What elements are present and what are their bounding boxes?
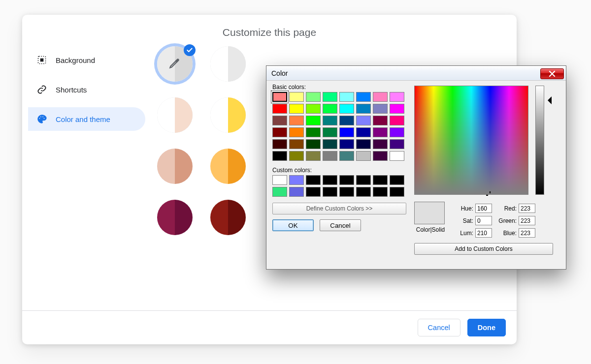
basic-color-swatch[interactable] <box>356 104 371 114</box>
basic-color-swatch[interactable] <box>373 127 388 137</box>
basic-color-swatch[interactable] <box>390 139 404 149</box>
link-icon <box>37 85 47 94</box>
basic-color-swatch[interactable] <box>272 127 287 137</box>
custom-color-swatch[interactable] <box>289 175 304 185</box>
basic-color-swatch[interactable] <box>323 139 337 149</box>
basic-color-swatch[interactable] <box>356 116 371 125</box>
cancel-button[interactable]: Cancel <box>418 319 460 336</box>
sidebar-item-shortcuts[interactable]: Shortcuts <box>28 78 145 101</box>
basic-color-swatch[interactable] <box>272 92 287 102</box>
sat-input[interactable] <box>475 216 492 225</box>
basic-color-swatch[interactable] <box>339 127 354 137</box>
custom-color-swatch[interactable] <box>390 187 404 197</box>
theme-swatch[interactable] <box>157 46 193 82</box>
custom-color-swatch[interactable] <box>373 187 388 197</box>
image-frame-icon <box>37 55 47 65</box>
green-input[interactable] <box>519 216 535 225</box>
theme-swatch[interactable] <box>210 200 246 235</box>
basic-color-swatch[interactable] <box>272 139 287 149</box>
basic-color-swatch[interactable] <box>390 116 404 125</box>
luminosity-slider[interactable] <box>535 86 544 195</box>
basic-color-swatch[interactable] <box>373 92 388 102</box>
basic-color-swatch[interactable] <box>339 92 354 102</box>
color-gradient-canvas[interactable] <box>414 86 528 195</box>
basic-color-swatch[interactable] <box>289 92 304 102</box>
eyedropper-icon <box>168 57 181 71</box>
basic-color-swatch[interactable] <box>339 151 354 161</box>
basic-color-swatch[interactable] <box>306 127 321 137</box>
sidebar-item-color-and-theme[interactable]: Color and theme <box>28 107 145 131</box>
basic-color-swatch[interactable] <box>289 127 304 137</box>
custom-color-swatch[interactable] <box>373 175 388 185</box>
custom-color-swatch[interactable] <box>323 175 337 185</box>
theme-swatch[interactable] <box>210 46 246 82</box>
theme-swatch[interactable] <box>210 97 246 133</box>
custom-color-swatch[interactable] <box>356 187 371 197</box>
sidebar-item-background[interactable]: Background <box>28 48 145 72</box>
basic-color-swatch[interactable] <box>306 151 321 161</box>
basic-color-swatch[interactable] <box>339 104 354 114</box>
basic-color-swatch[interactable] <box>373 104 388 114</box>
theme-swatch[interactable] <box>157 97 193 133</box>
custom-color-swatch[interactable] <box>306 187 321 197</box>
basic-color-swatch[interactable] <box>306 116 321 125</box>
basic-color-swatch[interactable] <box>356 139 371 149</box>
close-icon <box>549 71 556 77</box>
basic-color-swatch[interactable] <box>306 92 321 102</box>
custom-color-swatch[interactable] <box>339 175 354 185</box>
basic-color-swatch[interactable] <box>272 116 287 125</box>
basic-color-swatch[interactable] <box>323 104 337 114</box>
lum-label: Lum: <box>456 230 473 237</box>
basic-color-swatch[interactable] <box>339 139 354 149</box>
basic-color-swatch[interactable] <box>373 151 388 161</box>
theme-swatch[interactable] <box>210 149 246 184</box>
color-picker-body: Basic colors: Custom colors: Define Cust… <box>266 81 566 269</box>
basic-color-swatch[interactable] <box>373 116 388 125</box>
theme-swatch[interactable] <box>157 149 193 184</box>
basic-color-swatch[interactable] <box>356 151 371 161</box>
hue-input[interactable] <box>475 204 492 213</box>
done-button[interactable]: Done <box>467 319 506 336</box>
red-label: Red: <box>494 205 517 212</box>
basic-color-swatch[interactable] <box>289 104 304 114</box>
basic-color-swatch[interactable] <box>390 104 404 114</box>
custom-color-swatch[interactable] <box>356 175 371 185</box>
basic-color-swatch[interactable] <box>289 151 304 161</box>
basic-color-swatch[interactable] <box>373 139 388 149</box>
custom-color-swatch[interactable] <box>272 175 287 185</box>
cancel-button[interactable]: Cancel <box>320 219 361 231</box>
basic-color-swatch[interactable] <box>390 151 404 161</box>
basic-color-swatch[interactable] <box>356 127 371 137</box>
custom-color-swatch[interactable] <box>306 175 321 185</box>
basic-color-swatch[interactable] <box>356 92 371 102</box>
basic-color-swatch[interactable] <box>323 92 337 102</box>
basic-color-swatch[interactable] <box>289 139 304 149</box>
custom-color-swatch[interactable] <box>272 187 287 197</box>
basic-color-swatch[interactable] <box>272 104 287 114</box>
basic-color-swatch[interactable] <box>272 151 287 161</box>
add-to-custom-colors-button[interactable]: Add to Custom Colors <box>414 243 553 255</box>
blue-input[interactable] <box>519 228 535 238</box>
ok-button[interactable]: OK <box>272 219 314 231</box>
custom-color-swatch[interactable] <box>323 187 337 197</box>
define-custom-colors-button[interactable]: Define Custom Colors >> <box>272 203 406 214</box>
basic-color-swatch[interactable] <box>323 116 337 125</box>
custom-color-swatch[interactable] <box>390 175 404 185</box>
basic-color-swatch[interactable] <box>339 116 354 125</box>
basic-color-swatch[interactable] <box>323 127 337 137</box>
close-button[interactable] <box>540 68 564 79</box>
basic-color-swatch[interactable] <box>289 116 304 125</box>
basic-color-swatch[interactable] <box>306 104 321 114</box>
basic-color-swatch[interactable] <box>390 92 404 102</box>
custom-color-swatch[interactable] <box>339 187 354 197</box>
custom-color-swatch[interactable] <box>289 187 304 197</box>
color-picker-dialog: Color Basic colors: Custom colors: Defin… <box>266 65 566 270</box>
lum-input[interactable] <box>475 228 492 238</box>
red-input[interactable] <box>519 204 535 213</box>
sidebar-item-label: Color and theme <box>56 115 110 123</box>
sidebar-item-label: Background <box>56 56 95 64</box>
basic-color-swatch[interactable] <box>306 139 321 149</box>
theme-swatch[interactable] <box>157 200 193 235</box>
basic-color-swatch[interactable] <box>390 127 404 137</box>
basic-color-swatch[interactable] <box>323 151 337 161</box>
